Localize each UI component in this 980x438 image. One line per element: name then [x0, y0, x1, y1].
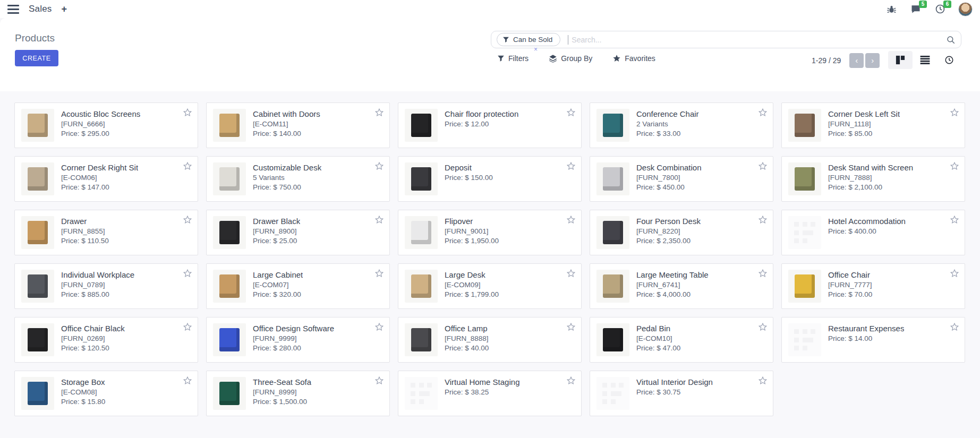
favorite-star-icon[interactable] [374, 269, 384, 278]
product-card[interactable]: Three-Seat Sofa [FURN_8999] Price: $ 1,5… [206, 371, 390, 416]
product-card[interactable]: Cabinet with Doors [E-COM11] Price: $ 14… [206, 102, 390, 148]
favorite-star-icon[interactable] [374, 161, 384, 171]
filter-funnel-icon [502, 36, 509, 43]
new-tab-plus-button[interactable]: + [62, 4, 67, 15]
product-card[interactable]: Chair floor protection Price: $ 12.00 [398, 102, 582, 148]
product-card[interactable]: Pedal Bin [E-COM10] Price: $ 47.00 [590, 317, 773, 363]
product-card[interactable]: Drawer [FURN_8855] Price: $ 110.50 [14, 210, 198, 255]
apps-menu-icon[interactable] [7, 5, 19, 14]
favorite-star-icon[interactable] [374, 215, 384, 225]
systray: 5 6 [885, 2, 973, 16]
favorite-star-icon[interactable] [566, 161, 576, 171]
favorite-star-icon[interactable] [183, 376, 192, 385]
product-card[interactable]: Hotel Accommodation Price: $ 400.00 [781, 210, 965, 255]
favorite-star-icon[interactable] [950, 322, 959, 332]
favorite-star-icon[interactable] [566, 269, 576, 278]
kanban-view-button[interactable] [888, 51, 913, 69]
favorites-button[interactable]: Favorites [612, 54, 655, 63]
favorite-star-icon[interactable] [950, 215, 959, 225]
create-button[interactable]: CREATE [15, 50, 58, 66]
product-card[interactable]: Large Desk [E-COM09] Price: $ 1,799.00 [398, 263, 582, 309]
app-name[interactable]: Sales [29, 4, 52, 14]
favorite-star-icon[interactable] [566, 215, 576, 225]
search-icon[interactable] [946, 35, 956, 45]
favorite-star-icon[interactable] [758, 215, 768, 225]
pager-previous-button[interactable]: ‹ [849, 53, 864, 68]
debug-bug-icon[interactable] [885, 3, 898, 15]
favorite-star-icon[interactable] [566, 376, 576, 385]
favorite-star-icon[interactable] [950, 269, 959, 278]
favorite-star-icon[interactable] [758, 161, 768, 171]
product-card[interactable]: Four Person Desk [FURN_8220] Price: $ 2,… [590, 210, 773, 255]
search-bar[interactable]: Can be Sold [491, 31, 961, 48]
filters-button[interactable]: Filters [497, 54, 529, 63]
favorite-star-icon[interactable] [183, 108, 192, 117]
product-thumbnail [405, 377, 438, 410]
product-card[interactable]: Storage Box [E-COM08] Price: $ 15.80 [14, 371, 198, 416]
activity-view-button[interactable] [937, 51, 961, 69]
favorite-star-icon[interactable] [183, 215, 192, 225]
filters-icon [497, 55, 505, 62]
product-name: Office Lamp [445, 324, 489, 333]
favorite-star-icon[interactable] [950, 161, 959, 171]
product-thumbnail [405, 270, 438, 303]
product-card[interactable]: Large Cabinet [E-COM07] Price: $ 320.00 [206, 263, 390, 309]
messages-icon[interactable]: 5 [909, 3, 922, 15]
search-input[interactable] [572, 36, 946, 44]
favorite-star-icon[interactable] [566, 108, 576, 117]
product-card[interactable]: Office Chair [FURN_7777] Price: $ 70.00 [781, 263, 965, 309]
product-card[interactable]: Deposit Price: $ 150.00 [398, 156, 582, 202]
kanban-view-icon [896, 55, 905, 65]
product-card[interactable]: Flipover [FURN_9001] Price: $ 1,950.00 [398, 210, 582, 255]
product-name: Large Cabinet [253, 270, 303, 279]
favorite-star-icon[interactable] [374, 376, 384, 385]
favorite-star-icon[interactable] [950, 108, 959, 117]
price-prefix: Price: [61, 183, 80, 191]
pager-next-button[interactable]: › [865, 53, 880, 68]
product-card[interactable]: Corner Desk Right Sit [E-COM06] Price: $… [14, 156, 198, 202]
product-card[interactable]: Drawer Black [FURN_8900] Price: $ 25.00 [206, 210, 390, 255]
product-card[interactable]: Office Design Software [FURN_9999] Price… [206, 317, 390, 363]
product-thumbnail [788, 109, 821, 142]
favorite-star-icon[interactable] [183, 322, 192, 332]
price-prefix: Price: [636, 130, 655, 138]
product-card[interactable]: Office Lamp [FURN_8888] Price: $ 40.00 [398, 317, 582, 363]
product-price: $ 70.00 [848, 290, 872, 298]
product-card[interactable]: Corner Desk Left Sit [FURN_1118] Price: … [781, 102, 965, 148]
favorite-star-icon[interactable] [758, 322, 768, 332]
user-avatar[interactable] [958, 2, 973, 16]
product-thumbnail [21, 270, 54, 303]
group-by-button[interactable]: Group By [549, 54, 592, 63]
price-prefix: Price: [828, 130, 847, 138]
favorite-star-icon[interactable] [183, 161, 192, 171]
search-facet-can-be-sold[interactable]: Can be Sold [497, 33, 560, 46]
activities-clock-icon[interactable]: 6 [934, 3, 947, 15]
favorite-star-icon[interactable] [758, 108, 768, 117]
price-prefix: Price: [445, 120, 463, 128]
product-card[interactable]: Individual Workplace [FURN_0789] Price: … [14, 263, 198, 309]
product-card[interactable]: Conference Chair 2 Variants Price: $ 33.… [590, 102, 773, 148]
product-card[interactable]: Desk Combination [FURN_7800] Price: $ 45… [590, 156, 773, 202]
favorite-star-icon[interactable] [183, 269, 192, 278]
favorite-star-icon[interactable] [374, 322, 384, 332]
product-card[interactable]: Office Chair Black [FURN_0269] Price: $ … [14, 317, 198, 363]
product-price-line: Price: $ 2,350.00 [636, 237, 701, 245]
product-card[interactable]: Large Meeting Table [FURN_6741] Price: $… [590, 263, 773, 309]
product-card[interactable]: Virtual Interior Design Price: $ 30.75 [590, 371, 773, 416]
product-card[interactable]: Desk Stand with Screen [FURN_7888] Price… [781, 156, 965, 202]
favorite-star-icon[interactable] [374, 108, 384, 117]
product-name: Cabinet with Doors [253, 109, 320, 118]
favorite-star-icon[interactable] [566, 322, 576, 332]
product-card[interactable]: Virtual Home Staging Price: $ 38.25 [398, 371, 582, 416]
favorite-star-icon[interactable] [758, 269, 768, 278]
product-price: $ 400.00 [848, 227, 876, 235]
product-card[interactable]: Customizable Desk 5 Variants Price: $ 75… [206, 156, 390, 202]
product-card[interactable]: Acoustic Bloc Screens [FURN_6666] Price:… [14, 102, 198, 148]
facet-remove-icon[interactable]: × [534, 46, 538, 53]
pager-range: 1-29 / 29 [812, 56, 841, 65]
favorite-star-icon[interactable] [758, 376, 768, 385]
list-view-button[interactable] [913, 51, 937, 69]
product-thumbnail [405, 162, 438, 195]
product-thumbnail [21, 323, 54, 356]
product-card[interactable]: Restaurant Expenses Price: $ 14.00 [781, 317, 965, 363]
